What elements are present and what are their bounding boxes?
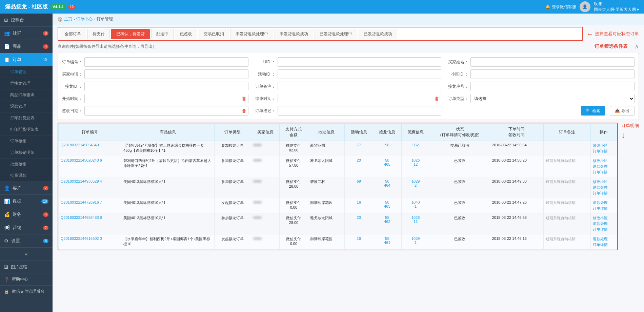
uid-input[interactable] <box>278 57 442 67</box>
action-link[interactable]: 退款处理 <box>593 236 615 242</box>
tab-refund-success[interactable]: 未发货退款成功 <box>275 29 313 39</box>
sidebar-item-marketing[interactable]: 📢 营销 2 <box>0 221 53 234</box>
payment-info: 微信支付28.00 <box>280 177 308 198</box>
sidebar-item-customer[interactable]: 👤 客户 2 <box>0 182 53 195</box>
action-cell: 修改小区退款处理订单详情 <box>590 213 617 234</box>
action-link[interactable]: 修改小区 <box>593 179 615 184</box>
search-button[interactable]: 🔍 检索 <box>581 106 605 116</box>
sidebar-item-cancel-order[interactable]: 订单核销 <box>0 136 53 147</box>
tab-cancelled[interactable]: 交易已取消 <box>199 29 229 39</box>
action-link[interactable]: 订单详情 <box>593 242 615 247</box>
action-link[interactable]: 退款处理 <box>593 164 615 169</box>
action-link[interactable]: 退款处理 <box>593 221 615 226</box>
avatar[interactable]: 👤 <box>580 1 590 12</box>
sidebar-item-image-compress[interactable]: 🖼 图片压缩 <box>0 261 53 273</box>
breadcrumb-order-center[interactable]: 订单中心 <box>76 16 93 22</box>
end-time-label: 结束时间： <box>255 96 276 102</box>
order-tabs-container: 全部订单 待支付 已确认，待发货 配送中 已签收 交易已取消 未发货退款处理中 … <box>58 27 583 41</box>
tab-shipped-refund[interactable]: 已发货退款处理中 <box>315 29 357 39</box>
sidebar-item-print-detail[interactable]: 打印配货明细表 <box>0 124 53 136</box>
order-time: 2018-03-22 14:46:58 <box>490 213 543 234</box>
order-desc-input[interactable] <box>278 106 442 116</box>
status: 已签收 <box>430 156 490 177</box>
order-no-link[interactable]: Q20180322144616502 0 <box>61 236 119 241</box>
jielong-info: 58464 <box>373 177 402 198</box>
sidebar-item-dashboard[interactable]: ⊞ 控制台 <box>0 14 53 27</box>
sidebar-item-batch-refund[interactable]: 批量退款 <box>0 170 53 182</box>
start-time-input[interactable] <box>84 94 248 103</box>
order-type-select[interactable]: 请选择 <box>470 94 635 103</box>
action-link[interactable]: 订单详情 <box>593 206 615 211</box>
goods-info: 智利进口西梅约2斤（放软后更甜）*1内蒙古草原超大原味瓜子2袋*1 <box>121 156 215 177</box>
sidebar-item-refund[interactable]: 退款管理 <box>0 101 53 112</box>
collapse-icon[interactable]: ∧ <box>635 43 639 50</box>
tab-shipping[interactable]: 配送中 <box>151 29 174 39</box>
tab-signed[interactable]: 已签收 <box>175 29 197 39</box>
order-no-link[interactable]: Q20180322144726916 7 <box>61 200 119 204</box>
sidebar-item-finance[interactable]: 💰 财务 4 <box>0 208 53 221</box>
order-no-link[interactable]: Q20180322144933529 4 <box>61 179 119 183</box>
order-no-link[interactable]: Q20180322145020240 6 <box>61 158 119 162</box>
action-link[interactable]: 退款处理 <box>593 185 615 190</box>
login-wechat-link[interactable]: 🔔 登录微信客服 <box>545 4 576 10</box>
sign-date-input[interactable] <box>84 106 248 116</box>
sidebar-item-help[interactable]: ❓ 帮助中心 <box>0 273 53 285</box>
action-link[interactable]: 订单详情 <box>593 191 615 196</box>
sidebar-item-goods[interactable]: 📄 商品 4 <box>0 40 53 53</box>
action-link[interactable]: 修改小区 <box>593 158 615 163</box>
table-row: Q20180322144726916 7美国4013黑标脐橙10只*1发起接龙订… <box>59 198 617 213</box>
community-id-input[interactable] <box>470 69 635 79</box>
sidebar-item-wechat-pay[interactable]: 🔒 微信支付管理后台 <box>0 285 53 297</box>
sidebar-item-order-manage[interactable]: 订单管理 <box>0 66 53 78</box>
sidebar-item-community[interactable]: 👥 社群 8 <box>0 27 53 40</box>
finance-icon: 💰 <box>4 212 10 217</box>
action-link[interactable]: 修改小区 <box>593 143 615 148</box>
sidebar-item-order[interactable]: 📋 订单 10 <box>0 53 53 66</box>
action-link[interactable]: 退款处理 <box>593 200 615 205</box>
order-note-input[interactable] <box>278 82 442 91</box>
action-link[interactable]: 修改小区 <box>593 215 615 221</box>
filter-row-activity-id: 活动ID ： <box>255 69 442 79</box>
address-info: 雅戈尔太阳城 <box>308 156 345 177</box>
buyer-name-input[interactable] <box>470 57 635 67</box>
dashboard-icon: ⊞ <box>4 17 8 23</box>
jielong-id-label: 接龙ID ： <box>62 84 82 89</box>
sidebar-item-goods-order[interactable]: 商品订单查询 <box>0 89 53 101</box>
sidebar-item-print-allot[interactable]: 打印配货总表 <box>0 112 53 124</box>
sidebar-item-batch-cancel[interactable]: 批量核销 <box>0 159 53 170</box>
notif-count-badge[interactable]: 10 <box>68 5 75 9</box>
tab-pending-refund[interactable]: 未发货退款处理中 <box>230 29 273 39</box>
calendar-icon-start: 🗑 <box>242 96 246 101</box>
table-section: 订单编号 商品信息 订单类型 买家信息 支付方式 金额 地址信息 活动信息 接龙… <box>58 123 618 250</box>
order-note: 过期系统自动核销 <box>543 156 590 177</box>
calendar-icon-sign: 🗑 <box>242 108 246 113</box>
marketing-badge: 2 <box>43 226 48 230</box>
sidebar-item-settings[interactable]: ⚙ 设置 8 <box>0 234 53 248</box>
activity-id-input[interactable] <box>278 69 442 79</box>
end-time-input[interactable] <box>278 94 442 103</box>
tab-pending-pay[interactable]: 待支付 <box>87 29 110 39</box>
breadcrumb-home[interactable]: 主页 <box>64 16 72 22</box>
action-link[interactable]: 订单详情 <box>593 170 615 175</box>
sidebar-collapse-btn[interactable]: « <box>0 248 53 261</box>
order-no-link[interactable]: Q20180322145054640 1 <box>61 143 119 147</box>
jielong-no-input[interactable] <box>470 82 635 91</box>
discount-info: 10401 <box>401 198 430 213</box>
jielong-id-input[interactable] <box>84 82 248 91</box>
tab-shipped-refund-success[interactable]: 已发货退款成功 <box>359 29 397 39</box>
tab-confirmed-pending-ship[interactable]: 已确认，待发货 <box>111 29 150 39</box>
buyer-phone-input[interactable] <box>84 69 248 79</box>
sidebar-item-data[interactable]: 📊 数据 10 <box>0 195 53 208</box>
export-button[interactable]: 📤 导出 <box>610 106 635 116</box>
action-link[interactable]: 订单详情 <box>593 149 615 154</box>
goods-icon: 📄 <box>4 44 10 49</box>
order-no-link[interactable]: Q20180322144658483 8 <box>61 215 119 220</box>
sidebar-item-label: 数据 <box>13 198 21 204</box>
tab-all[interactable]: 全部订单 <box>60 29 86 39</box>
sidebar-item-cancel-detail[interactable]: 订单核销明细 <box>0 147 53 159</box>
action-link[interactable]: 订单详情 <box>593 227 615 232</box>
col-jielong: 接龙信息 <box>373 124 402 141</box>
wechat-pay-icon: 🔒 <box>4 289 9 294</box>
order-no-input[interactable] <box>84 57 248 67</box>
sidebar-item-group-manage[interactable]: 群接龙管理 <box>0 78 53 89</box>
